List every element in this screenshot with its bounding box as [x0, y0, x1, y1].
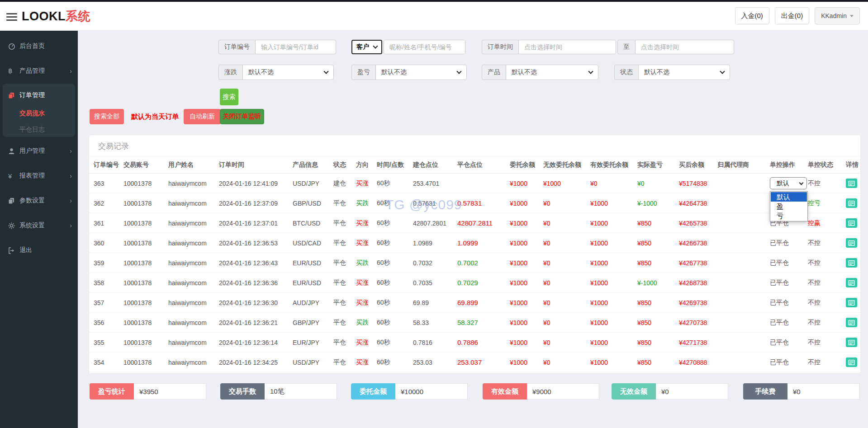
cell-account: 10001378	[123, 279, 168, 287]
cell-account: 10001378	[123, 339, 168, 346]
chevron-down-icon	[799, 180, 804, 185]
cell-order-time: 2024-01-16 12:36:14	[219, 339, 293, 346]
cell-actual-pl: ¥850	[637, 220, 679, 227]
cell-username: haiwaiymcom	[168, 240, 219, 247]
auto-refresh-button[interactable]: 自动刷新	[184, 109, 221, 124]
cell-period: 60秒	[377, 299, 413, 307]
search-all-button[interactable]: 搜索全部	[90, 109, 124, 124]
withdraw-button[interactable]: 出金(0)	[775, 7, 809, 24]
orders-icon	[8, 92, 19, 99]
cell-valid-entrust: ¥1000	[590, 319, 637, 326]
sidebar-item-dashboard[interactable]: 后台首页	[0, 40, 78, 52]
cell-detail	[846, 338, 861, 347]
cell-invalid-entrust: ¥1000	[543, 180, 590, 187]
detail-button[interactable]	[846, 278, 857, 287]
column-header: 方向	[356, 161, 377, 169]
updown-select[interactable]: 默认不选	[242, 65, 334, 80]
default-today-note: 默认为当天订单	[131, 109, 179, 124]
detail-button[interactable]	[846, 198, 857, 208]
cell-order-time: 2024-01-16 12:34:25	[219, 359, 293, 366]
filter-updown: 涨跌 默认不选	[218, 65, 334, 80]
dropdown-option[interactable]: 盈	[771, 202, 807, 211]
table-row: 36310001378haiwaiymcom2024-01-16 12:41:0…	[89, 174, 860, 193]
search-button[interactable]: 搜索	[220, 89, 238, 105]
pl-select[interactable]: 默认不选	[375, 65, 467, 80]
product-select[interactable]: 默认不选	[506, 65, 598, 80]
sidebar-item-products[interactable]: ฿ 产品管理 ›	[0, 65, 78, 77]
cell-after-balance: ¥4270888	[679, 359, 717, 366]
cell-order-time: 2024-01-16 12:36:30	[219, 299, 293, 306]
cell-control-state: 不控	[808, 279, 846, 287]
detail-button[interactable]	[846, 357, 857, 367]
sidebar-item-system-settings[interactable]: 系统设置 ›	[0, 220, 78, 231]
cell-control-state: 不控	[808, 179, 846, 188]
chevron-down-icon	[850, 15, 854, 17]
cell-after-balance: ¥4266738	[679, 240, 717, 247]
sidebar-item-logout[interactable]: 退出	[0, 245, 78, 256]
cell-after-balance: ¥4264738	[679, 200, 717, 207]
cell-open-point: 253.4701	[413, 180, 457, 187]
control-select[interactable]: 默认	[770, 177, 807, 189]
cell-status: 平仓	[333, 358, 356, 367]
cell-direction: 买跌	[356, 259, 377, 267]
order-time-label: 订单时间	[482, 40, 518, 54]
cell-control-state: 不控	[808, 299, 846, 307]
column-header: 有效委托余额	[590, 161, 637, 169]
cell-entrust-balance: ¥1000	[510, 220, 543, 227]
cell-close-point: 69.899	[457, 299, 510, 306]
cell-username: haiwaiymcom	[168, 299, 219, 306]
deposit-button[interactable]: 入金(0)	[735, 7, 769, 24]
cell-control-state: 控亏	[808, 199, 846, 207]
detail-button[interactable]	[846, 298, 857, 307]
cell-order-id: 360	[94, 240, 123, 247]
sidebar-item-users[interactable]: 用户管理 ›	[0, 145, 78, 157]
menu-toggle-icon[interactable]	[6, 11, 18, 21]
cell-direction: 买涨	[356, 339, 377, 347]
customer-type-select[interactable]: 客户	[351, 40, 382, 54]
summary-trade-count: 交易手数10笔	[220, 383, 337, 400]
cell-control-state: 不控	[808, 239, 846, 247]
customer-input[interactable]	[384, 40, 465, 54]
cell-close-point: 253.037	[457, 358, 510, 366]
sidebar-item-close-log[interactable]: 平仓日志	[0, 124, 78, 135]
cell-control-state: 控赢	[808, 219, 846, 227]
dropdown-option[interactable]: 默认	[771, 192, 807, 202]
dropdown-option[interactable]: 亏	[771, 211, 807, 221]
chevron-right-icon: ›	[70, 174, 72, 178]
cell-order-id: 355	[94, 339, 123, 346]
close-order-listen-button[interactable]: 关闭订单监听	[220, 109, 264, 124]
cell-control-state: 不控	[808, 358, 846, 367]
table-header-row: 订单编号交易账号用户姓名订单时间产品信息状态方向时间/点数建仓点位平仓点位委托余…	[89, 156, 860, 174]
status-select[interactable]: 默认不选	[638, 65, 730, 80]
sidebar-item-reports[interactable]: ¥ 报表管理 ›	[0, 170, 78, 182]
cell-valid-entrust: ¥1000	[590, 220, 637, 227]
order-no-label: 订单编号	[218, 40, 255, 54]
user-menu-button[interactable]: KKadmin	[815, 7, 860, 24]
detail-button[interactable]	[846, 238, 857, 248]
cell-valid-entrust: ¥1000	[590, 279, 637, 287]
sidebar-item-orders[interactable]: 订单管理	[0, 89, 78, 101]
cell-invalid-entrust: ¥0	[543, 359, 590, 366]
cell-invalid-entrust: ¥0	[543, 240, 590, 247]
cell-close-point: 0.7002	[457, 259, 510, 267]
order-no-input[interactable]	[255, 40, 336, 54]
cell-order-id: 356	[94, 319, 123, 326]
detail-button[interactable]	[846, 338, 857, 347]
detail-button[interactable]	[846, 318, 857, 327]
cell-after-balance: ¥4271738	[679, 339, 717, 346]
order-time-start-input[interactable]	[518, 40, 616, 54]
gear-icon	[8, 222, 19, 229]
order-time-end-input[interactable]	[635, 40, 734, 54]
cell-username: haiwaiymcom	[168, 180, 219, 187]
sidebar-item-parameters[interactable]: 参数设置 ›	[0, 195, 78, 207]
status-label: 状态	[614, 65, 638, 80]
table-row: 35510001378haiwaiymcom2024-01-16 12:36:1…	[89, 333, 860, 353]
detail-button[interactable]	[846, 258, 857, 268]
detail-button[interactable]	[846, 218, 857, 228]
cell-account: 10001378	[123, 240, 168, 247]
column-header: 时间/点数	[377, 161, 413, 169]
detail-button[interactable]	[846, 179, 857, 188]
control-select-value: 默认	[777, 179, 789, 188]
sidebar-item-trade-flow[interactable]: 交易流水	[0, 108, 78, 119]
summary-value: ¥0	[787, 383, 860, 400]
